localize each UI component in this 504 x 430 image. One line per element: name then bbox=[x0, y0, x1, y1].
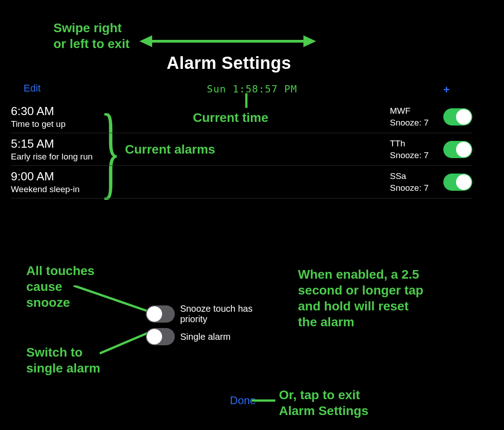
current-time-display: Sun 1:58:57 PM bbox=[0, 83, 504, 95]
options-group: Snooze touch has priority Single alarm bbox=[146, 304, 282, 349]
callout-line-single bbox=[100, 332, 152, 354]
annotation-switch-single: Switch to single alarm bbox=[26, 344, 100, 376]
alarm-snooze: Snooze: 7 bbox=[390, 150, 435, 161]
done-button[interactable]: Done bbox=[0, 394, 504, 407]
single-alarm-row: Single alarm bbox=[146, 328, 282, 345]
alarm-row[interactable]: 6:30 AM Time to get up MWF Snooze: 7 bbox=[11, 101, 472, 133]
plus-icon[interactable]: + bbox=[443, 84, 450, 95]
alarm-label: Weekend sleep-in bbox=[11, 184, 80, 194]
alarm-list: 6:30 AM Time to get up MWF Snooze: 7 5:1… bbox=[11, 101, 472, 198]
page-title: Alarm Settings bbox=[167, 53, 291, 73]
alarm-snooze: Snooze: 7 bbox=[390, 117, 435, 129]
alarm-toggle[interactable] bbox=[443, 141, 472, 158]
arrow-right-icon bbox=[303, 35, 316, 47]
swipe-arrow-line bbox=[151, 40, 305, 43]
alarm-time: 9:00 AM bbox=[11, 169, 80, 184]
alarm-toggle[interactable] bbox=[443, 174, 472, 191]
annotation-when-enabled: When enabled, a 2.5 second or longer tap… bbox=[298, 266, 423, 330]
annotation-tap-exit: Or, tap to exit Alarm Settings bbox=[279, 387, 369, 419]
svg-line-2 bbox=[100, 332, 151, 353]
single-alarm-label: Single alarm bbox=[180, 332, 230, 342]
alarm-row[interactable]: 9:00 AM Weekend sleep-in SSa Snooze: 7 bbox=[11, 166, 472, 198]
alarm-label: Time to get up bbox=[11, 119, 66, 129]
alarm-days: SSa bbox=[390, 170, 435, 182]
alarm-label: Early rise for long run bbox=[11, 152, 93, 162]
alarm-days: TTh bbox=[390, 138, 435, 150]
alarm-row[interactable]: 5:15 AM Early rise for long run TTh Snoo… bbox=[11, 133, 472, 166]
annotation-swipe: Swipe right or left to exit bbox=[53, 20, 130, 52]
alarm-days: MWF bbox=[390, 105, 435, 117]
alarm-time: 6:30 AM bbox=[11, 104, 66, 118]
single-alarm-toggle[interactable] bbox=[146, 328, 175, 345]
snooze-priority-toggle[interactable] bbox=[146, 305, 175, 323]
alarm-time: 5:15 AM bbox=[11, 137, 93, 151]
annotation-all-touches: All touches cause snooze bbox=[26, 263, 95, 310]
arrow-left-icon bbox=[139, 35, 152, 47]
snooze-priority-row: Snooze touch has priority bbox=[146, 304, 282, 324]
snooze-priority-label: Snooze touch has priority bbox=[180, 304, 282, 324]
alarm-toggle[interactable] bbox=[443, 108, 472, 126]
alarm-snooze: Snooze: 7 bbox=[390, 182, 435, 194]
